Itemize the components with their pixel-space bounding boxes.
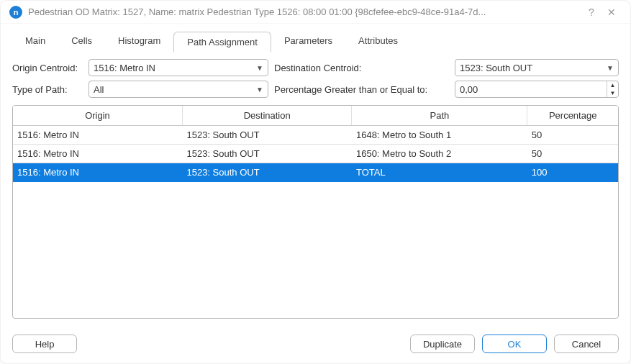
- duplicate-button[interactable]: Duplicate: [410, 335, 475, 353]
- path-assignment-table-wrap: Origin Destination Path Percentage 1516:…: [12, 105, 619, 319]
- col-header-path[interactable]: Path: [352, 106, 527, 126]
- col-header-origin[interactable]: Origin: [13, 106, 182, 126]
- table-row[interactable]: 1516: Metro IN1523: South OUT1648: Metro…: [13, 126, 618, 145]
- ok-button[interactable]: OK: [482, 335, 547, 353]
- col-header-destination[interactable]: Destination: [182, 106, 351, 126]
- percentage-threshold-spinner[interactable]: 0,00 ▲ ▼: [455, 81, 619, 98]
- destination-centroid-value: 1523: South OUT: [460, 63, 532, 73]
- spinner-down-icon[interactable]: ▼: [607, 89, 618, 97]
- cell-percentage: 50: [527, 145, 618, 163]
- origin-centroid-label: Origin Centroid:: [12, 63, 83, 73]
- spinner-arrows: ▲ ▼: [607, 81, 618, 97]
- table-row[interactable]: 1516: Metro IN1523: South OUTTOTAL100: [13, 163, 618, 182]
- spinner-up-icon[interactable]: ▲: [607, 81, 618, 89]
- percentage-threshold-label: Percentage Greater than or Equal to:: [274, 84, 427, 95]
- origin-centroid-value: 1516: Metro IN: [94, 63, 155, 73]
- dialog-window: n Pedestrian OD Matrix: 1527, Name: matr…: [0, 0, 631, 364]
- cell-origin: 1516: Metro IN: [13, 126, 182, 145]
- chevron-down-icon: ▼: [607, 64, 614, 72]
- chevron-down-icon: ▼: [256, 64, 263, 72]
- cell-path: 1650: Metro to South 2: [352, 145, 527, 163]
- path-assignment-table[interactable]: Origin Destination Path Percentage 1516:…: [13, 106, 618, 182]
- destination-centroid-label: Destination Centroid:: [274, 63, 361, 73]
- tab-parameters[interactable]: Parameters: [271, 31, 345, 52]
- cell-origin: 1516: Metro IN: [13, 163, 182, 182]
- cell-path: TOTAL: [352, 163, 527, 182]
- cell-origin: 1516: Metro IN: [13, 145, 182, 163]
- filter-panel: Origin Centroid: 1516: Metro IN ▼ Destin…: [12, 59, 619, 102]
- window-title: Pedestrian OD Matrix: 1527, Name: matrix…: [28, 6, 581, 17]
- type-of-path-combo[interactable]: All ▼: [88, 81, 268, 98]
- content-area: Main Cells Histogram Path Assignment Par…: [1, 24, 630, 327]
- app-icon: n: [9, 6, 22, 19]
- col-header-percentage[interactable]: Percentage: [527, 106, 618, 126]
- cell-destination: 1523: South OUT: [182, 163, 351, 182]
- titlebar: n Pedestrian OD Matrix: 1527, Name: matr…: [1, 1, 630, 24]
- help-button[interactable]: Help: [12, 335, 77, 353]
- cell-percentage: 100: [527, 163, 618, 182]
- tab-path-assignment[interactable]: Path Assignment: [173, 32, 271, 53]
- destination-centroid-combo[interactable]: 1523: South OUT ▼: [455, 59, 619, 76]
- tabbar: Main Cells Histogram Path Assignment Par…: [12, 31, 619, 52]
- cell-destination: 1523: South OUT: [182, 145, 351, 163]
- table-row[interactable]: 1516: Metro IN1523: South OUT1650: Metro…: [13, 145, 618, 163]
- type-of-path-label: Type of Path:: [12, 84, 83, 95]
- close-icon[interactable]: ✕: [602, 6, 622, 18]
- cell-path: 1648: Metro to South 1: [352, 126, 527, 145]
- table-header-row: Origin Destination Path Percentage: [13, 106, 618, 126]
- type-of-path-value: All: [94, 84, 104, 95]
- tab-main[interactable]: Main: [12, 31, 58, 52]
- cell-destination: 1523: South OUT: [182, 126, 351, 145]
- origin-centroid-combo[interactable]: 1516: Metro IN ▼: [88, 59, 268, 76]
- footer: Help Duplicate OK Cancel: [1, 327, 630, 363]
- help-icon[interactable]: ?: [581, 6, 602, 18]
- table-empty-area: [13, 182, 618, 318]
- tab-histogram[interactable]: Histogram: [105, 31, 173, 52]
- cancel-button[interactable]: Cancel: [554, 335, 619, 353]
- tab-attributes[interactable]: Attributes: [345, 31, 411, 52]
- cell-percentage: 50: [527, 126, 618, 145]
- percentage-threshold-value: 0,00: [455, 84, 607, 95]
- chevron-down-icon: ▼: [256, 86, 263, 94]
- tab-cells[interactable]: Cells: [58, 31, 105, 52]
